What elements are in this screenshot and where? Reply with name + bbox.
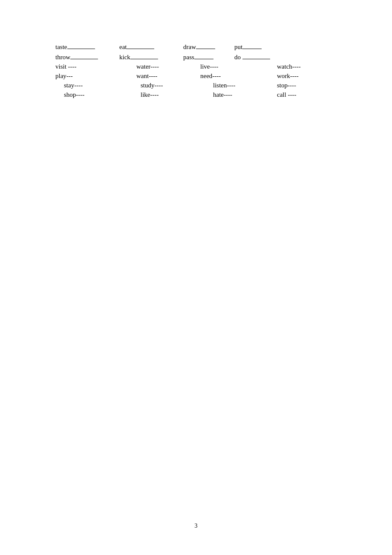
cell-want: want---- <box>119 72 187 80</box>
word-want: want---- <box>136 72 157 79</box>
cell-water: water---- <box>119 63 187 70</box>
word-row-5: stay---- study---- listen---- stop---- <box>55 82 337 89</box>
word-listen: listen---- <box>213 82 235 89</box>
cell-call: call ---- <box>264 91 307 98</box>
word-throw: throw <box>55 54 70 61</box>
blank-throw <box>70 53 98 59</box>
word-like: like---- <box>141 91 159 98</box>
word-call: call ---- <box>277 91 296 98</box>
cell-put: put <box>234 43 298 51</box>
page-number: 3 <box>195 523 198 529</box>
word-eat: eat <box>119 43 127 51</box>
cell-eat: eat <box>119 43 183 51</box>
word-water: water---- <box>136 63 159 70</box>
cell-watch: watch---- <box>260 63 311 70</box>
word-do: do <box>234 54 241 61</box>
cell-stay: stay---- <box>55 82 119 89</box>
word-put: put <box>234 43 242 51</box>
word-play: play--- <box>55 72 73 79</box>
word-pass: pass <box>183 54 194 61</box>
word-kick: kick <box>119 54 130 61</box>
word-stay: stay---- <box>64 82 83 89</box>
word-taste: taste <box>55 43 67 51</box>
word-shop: shop---- <box>64 91 84 98</box>
cell-like: like---- <box>119 91 192 98</box>
blank-pass <box>194 53 213 59</box>
word-hate: hate---- <box>213 91 232 98</box>
cell-shop: shop---- <box>55 91 119 98</box>
word-live: live---- <box>200 63 218 70</box>
cell-taste: taste <box>55 43 119 51</box>
word-row-3: visit ---- water---- live---- watch---- <box>55 63 337 70</box>
cell-work: work---- <box>260 72 311 80</box>
content-area: taste eat draw put throw kick pass do vi… <box>0 0 392 135</box>
cell-throw: throw <box>55 53 119 61</box>
word-study: study---- <box>141 82 163 89</box>
cell-play: play--- <box>55 72 119 80</box>
word-visit: visit ---- <box>55 63 77 70</box>
blank-do <box>242 53 270 59</box>
cell-listen: listen---- <box>192 82 264 89</box>
cell-stop: stop---- <box>264 82 307 89</box>
word-row-2: throw kick pass do <box>55 53 337 61</box>
cell-need: need---- <box>187 72 260 80</box>
word-work: work---- <box>277 72 299 79</box>
word-row-1: taste eat draw put <box>55 43 337 51</box>
cell-live: live---- <box>187 63 260 70</box>
word-row-6: shop---- like---- hate---- call ---- <box>55 91 337 98</box>
blank-put <box>242 43 262 49</box>
cell-do: do <box>234 53 298 61</box>
blank-kick <box>130 53 158 59</box>
blank-eat <box>127 43 154 49</box>
cell-visit: visit ---- <box>55 63 119 70</box>
blank-draw <box>196 43 215 49</box>
word-watch: watch---- <box>277 63 301 70</box>
cell-study: study---- <box>119 82 192 89</box>
cell-draw: draw <box>183 43 234 51</box>
word-draw: draw <box>183 43 196 51</box>
cell-hate: hate---- <box>192 91 264 98</box>
blank-taste <box>67 43 95 49</box>
cell-pass: pass <box>183 53 234 61</box>
word-row-4: play--- want---- need---- work---- <box>55 72 337 80</box>
word-need: need---- <box>200 72 221 79</box>
word-stop: stop---- <box>277 82 296 89</box>
cell-kick: kick <box>119 53 183 61</box>
